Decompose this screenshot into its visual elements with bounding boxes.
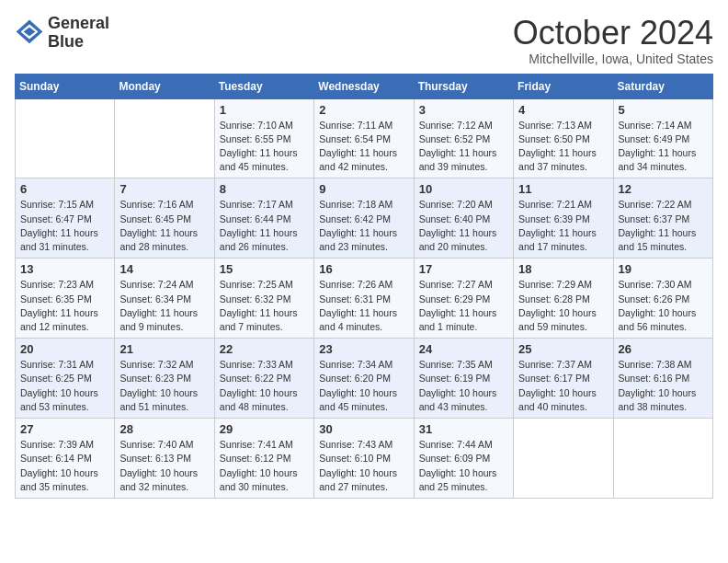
header-monday: Monday <box>115 74 214 98</box>
calendar-cell: 12Sunrise: 7:22 AMSunset: 6:37 PMDayligh… <box>613 178 712 259</box>
title-area: October 2024 Mitchellville, Iowa, United… <box>513 15 713 66</box>
day-number: 23 <box>319 342 408 356</box>
calendar-cell: 7Sunrise: 7:16 AMSunset: 6:45 PMDaylight… <box>115 178 214 259</box>
day-info: Sunrise: 7:12 AMSunset: 6:52 PMDaylight:… <box>419 119 508 175</box>
day-info: Sunrise: 7:33 AMSunset: 6:22 PMDaylight:… <box>220 358 309 414</box>
day-number: 2 <box>319 103 408 117</box>
day-number: 3 <box>419 103 508 117</box>
calendar-cell: 17Sunrise: 7:27 AMSunset: 6:29 PMDayligh… <box>414 259 513 339</box>
day-number: 18 <box>518 262 608 276</box>
day-info: Sunrise: 7:43 AMSunset: 6:10 PMDaylight:… <box>319 438 408 494</box>
day-number: 8 <box>220 182 309 196</box>
day-info: Sunrise: 7:13 AMSunset: 6:50 PMDaylight:… <box>518 119 608 175</box>
day-info: Sunrise: 7:34 AMSunset: 6:20 PMDaylight:… <box>319 358 408 414</box>
logo: General Blue <box>15 15 109 52</box>
day-info: Sunrise: 7:35 AMSunset: 6:19 PMDaylight:… <box>419 358 508 414</box>
week-row-4: 27Sunrise: 7:39 AMSunset: 6:14 PMDayligh… <box>16 419 713 499</box>
month-title: October 2024 <box>513 15 713 52</box>
day-number: 20 <box>20 342 109 356</box>
day-info: Sunrise: 7:17 AMSunset: 6:44 PMDaylight:… <box>220 198 309 254</box>
calendar-cell <box>613 419 712 499</box>
calendar-cell: 23Sunrise: 7:34 AMSunset: 6:20 PMDayligh… <box>314 339 414 419</box>
day-info: Sunrise: 7:14 AMSunset: 6:49 PMDaylight:… <box>619 119 708 175</box>
calendar-cell: 3Sunrise: 7:12 AMSunset: 6:52 PMDaylight… <box>414 98 513 178</box>
calendar-cell: 9Sunrise: 7:18 AMSunset: 6:42 PMDaylight… <box>314 178 414 259</box>
day-number: 26 <box>619 342 708 356</box>
day-number: 5 <box>619 103 708 117</box>
logo-text: General Blue <box>48 15 109 52</box>
calendar-cell: 22Sunrise: 7:33 AMSunset: 6:22 PMDayligh… <box>214 339 313 419</box>
calendar-cell: 5Sunrise: 7:14 AMSunset: 6:49 PMDaylight… <box>613 98 712 178</box>
calendar-header-row: SundayMondayTuesdayWednesdayThursdayFrid… <box>16 74 713 98</box>
calendar-cell: 21Sunrise: 7:32 AMSunset: 6:23 PMDayligh… <box>115 339 214 419</box>
calendar-cell: 28Sunrise: 7:40 AMSunset: 6:13 PMDayligh… <box>115 419 214 499</box>
calendar-cell: 10Sunrise: 7:20 AMSunset: 6:40 PMDayligh… <box>414 178 513 259</box>
calendar-cell: 19Sunrise: 7:30 AMSunset: 6:26 PMDayligh… <box>613 259 712 339</box>
header-wednesday: Wednesday <box>314 74 414 98</box>
day-number: 16 <box>319 262 408 276</box>
day-info: Sunrise: 7:30 AMSunset: 6:26 PMDaylight:… <box>619 278 708 334</box>
day-info: Sunrise: 7:20 AMSunset: 6:40 PMDaylight:… <box>419 198 508 254</box>
calendar-cell: 31Sunrise: 7:44 AMSunset: 6:09 PMDayligh… <box>414 419 513 499</box>
calendar-cell: 27Sunrise: 7:39 AMSunset: 6:14 PMDayligh… <box>16 419 115 499</box>
day-info: Sunrise: 7:24 AMSunset: 6:34 PMDaylight:… <box>119 278 209 334</box>
calendar-body: 1Sunrise: 7:10 AMSunset: 6:55 PMDaylight… <box>16 98 713 498</box>
day-number: 29 <box>220 422 309 436</box>
day-number: 28 <box>119 422 209 436</box>
day-number: 25 <box>518 342 608 356</box>
header-thursday: Thursday <box>414 74 513 98</box>
day-info: Sunrise: 7:27 AMSunset: 6:29 PMDaylight:… <box>419 278 508 334</box>
day-info: Sunrise: 7:25 AMSunset: 6:32 PMDaylight:… <box>220 278 309 334</box>
day-info: Sunrise: 7:23 AMSunset: 6:35 PMDaylight:… <box>20 278 109 334</box>
day-info: Sunrise: 7:31 AMSunset: 6:25 PMDaylight:… <box>20 358 109 414</box>
day-info: Sunrise: 7:32 AMSunset: 6:23 PMDaylight:… <box>119 358 209 414</box>
day-info: Sunrise: 7:41 AMSunset: 6:12 PMDaylight:… <box>220 438 309 494</box>
page-header: General Blue October 2024 Mitchellville,… <box>15 15 713 66</box>
location: Mitchellville, Iowa, United States <box>513 52 713 66</box>
calendar-cell <box>16 98 115 178</box>
day-info: Sunrise: 7:22 AMSunset: 6:37 PMDaylight:… <box>619 198 708 254</box>
day-info: Sunrise: 7:37 AMSunset: 6:17 PMDaylight:… <box>518 358 608 414</box>
day-number: 7 <box>119 182 209 196</box>
day-info: Sunrise: 7:11 AMSunset: 6:54 PMDaylight:… <box>319 119 408 175</box>
day-info: Sunrise: 7:40 AMSunset: 6:13 PMDaylight:… <box>119 438 209 494</box>
logo-icon <box>15 18 44 48</box>
day-info: Sunrise: 7:29 AMSunset: 6:28 PMDaylight:… <box>518 278 608 334</box>
day-number: 17 <box>419 262 508 276</box>
calendar-cell: 2Sunrise: 7:11 AMSunset: 6:54 PMDaylight… <box>314 98 414 178</box>
day-number: 15 <box>220 262 309 276</box>
calendar-cell: 1Sunrise: 7:10 AMSunset: 6:55 PMDaylight… <box>214 98 313 178</box>
day-number: 24 <box>419 342 508 356</box>
day-number: 30 <box>319 422 408 436</box>
calendar-cell: 20Sunrise: 7:31 AMSunset: 6:25 PMDayligh… <box>16 339 115 419</box>
day-info: Sunrise: 7:15 AMSunset: 6:47 PMDaylight:… <box>20 198 109 254</box>
day-number: 19 <box>619 262 708 276</box>
calendar-cell: 18Sunrise: 7:29 AMSunset: 6:28 PMDayligh… <box>514 259 613 339</box>
calendar-cell <box>115 98 214 178</box>
day-number: 1 <box>220 103 309 117</box>
day-number: 13 <box>20 262 109 276</box>
calendar-cell: 14Sunrise: 7:24 AMSunset: 6:34 PMDayligh… <box>115 259 214 339</box>
day-number: 21 <box>119 342 209 356</box>
day-number: 14 <box>119 262 209 276</box>
day-number: 9 <box>319 182 408 196</box>
calendar-cell: 13Sunrise: 7:23 AMSunset: 6:35 PMDayligh… <box>16 259 115 339</box>
calendar-cell: 26Sunrise: 7:38 AMSunset: 6:16 PMDayligh… <box>613 339 712 419</box>
header-friday: Friday <box>514 74 613 98</box>
calendar-cell: 8Sunrise: 7:17 AMSunset: 6:44 PMDaylight… <box>214 178 313 259</box>
day-number: 4 <box>518 103 608 117</box>
calendar-cell: 4Sunrise: 7:13 AMSunset: 6:50 PMDaylight… <box>514 98 613 178</box>
day-info: Sunrise: 7:44 AMSunset: 6:09 PMDaylight:… <box>419 438 508 494</box>
day-number: 27 <box>20 422 109 436</box>
calendar-table: SundayMondayTuesdayWednesdayThursdayFrid… <box>15 74 713 499</box>
calendar-cell <box>514 419 613 499</box>
calendar-cell: 16Sunrise: 7:26 AMSunset: 6:31 PMDayligh… <box>314 259 414 339</box>
day-info: Sunrise: 7:18 AMSunset: 6:42 PMDaylight:… <box>319 198 408 254</box>
calendar-cell: 24Sunrise: 7:35 AMSunset: 6:19 PMDayligh… <box>414 339 513 419</box>
day-info: Sunrise: 7:21 AMSunset: 6:39 PMDaylight:… <box>518 198 608 254</box>
day-info: Sunrise: 7:10 AMSunset: 6:55 PMDaylight:… <box>220 119 309 175</box>
day-number: 12 <box>619 182 708 196</box>
calendar-cell: 30Sunrise: 7:43 AMSunset: 6:10 PMDayligh… <box>314 419 414 499</box>
day-number: 31 <box>419 422 508 436</box>
header-sunday: Sunday <box>16 74 115 98</box>
